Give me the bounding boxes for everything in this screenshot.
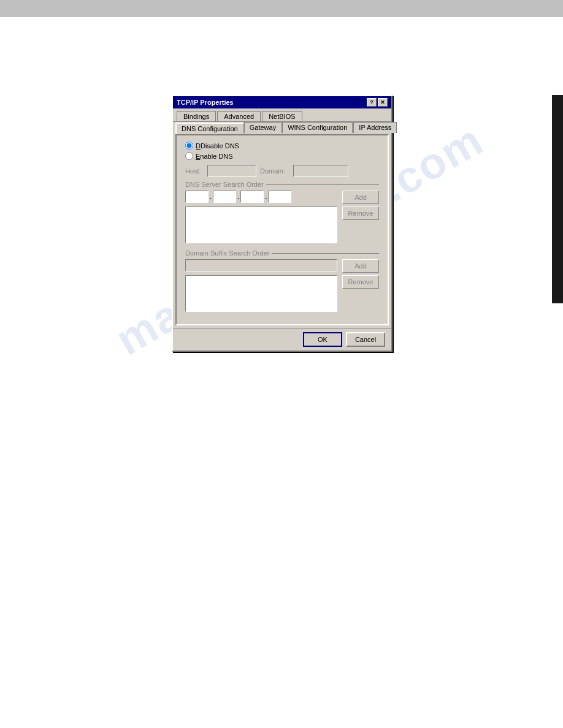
ip-seg4[interactable] (268, 191, 291, 203)
domain-suffix-input[interactable] (185, 259, 337, 271)
dns-radio-group: DDisable DNS Enable DNS (185, 142, 379, 160)
tcpip-properties-dialog: TCP/IP Properties ? ✕ Bindings Advanced … (172, 95, 393, 352)
domain-remove-button[interactable]: Remove (342, 275, 379, 289)
tabs-row2: DNS Configuration Gateway WINS Configura… (173, 121, 391, 133)
tab-gateway[interactable]: Gateway (244, 122, 282, 133)
tab-wins-configuration[interactable]: WINS Configuration (282, 122, 353, 133)
enable-dns-label: Enable DNS (196, 153, 233, 160)
domain-suffix-listbox[interactable] (185, 275, 337, 312)
ip-seg3[interactable] (240, 191, 264, 203)
domain-suffix-btn-col: Add Remove (342, 259, 379, 289)
dns-section-line (266, 184, 379, 185)
host-input[interactable] (207, 165, 256, 177)
tab-netbios[interactable]: NetBIOS (262, 111, 302, 121)
host-label: Host: (185, 167, 204, 175)
enable-dns-radio[interactable] (185, 152, 193, 160)
host-domain-row: Host: Domain: (185, 165, 379, 177)
disable-dns-radio-item: DDisable DNS (185, 142, 379, 150)
tab-ip-address[interactable]: IP Address (353, 122, 397, 133)
dns-remove-button[interactable]: Remove (342, 207, 379, 220)
disable-dns-radio[interactable] (185, 142, 193, 150)
domain-suffix-section-line (272, 253, 379, 254)
tab-dns-configuration[interactable]: DNS Configuration (175, 123, 243, 134)
tabs-row1: Bindings Advanced NetBIOS (173, 108, 391, 121)
tab-bindings[interactable]: Bindings (177, 111, 216, 121)
dns-config-content: DDisable DNS Enable DNS Host: Domain: DN… (175, 134, 389, 325)
dialog-footer: OK Cancel (173, 328, 391, 351)
dns-server-list-area: . . . Add Remove (185, 191, 379, 247)
ip-dot3: . (265, 193, 267, 200)
cancel-button[interactable]: Cancel (346, 332, 385, 347)
ok-button[interactable]: OK (303, 332, 342, 347)
domain-suffix-section-label: Domain Suffix Search Order (185, 249, 379, 257)
dns-server-btn-col: Add Remove (342, 191, 379, 220)
top-bar (0, 0, 563, 17)
domain-input[interactable] (293, 165, 348, 177)
enable-dns-radio-item: Enable DNS (185, 152, 379, 160)
disable-dns-label: DDisable DNS (196, 142, 239, 150)
right-sidebar-bar (552, 95, 563, 303)
ip-seg2[interactable] (213, 191, 236, 203)
dns-add-button[interactable]: Add (342, 191, 379, 204)
dns-server-section-label: DNS Server Search Order (185, 181, 379, 188)
domain-label: Domain: (260, 167, 289, 175)
ip-seg1[interactable] (185, 191, 209, 203)
title-bar: TCP/IP Properties ? ✕ (173, 96, 391, 108)
dns-server-list-col: . . . (185, 191, 337, 247)
domain-suffix-list-area: Add Remove (185, 259, 379, 316)
tab-advanced[interactable]: Advanced (217, 111, 261, 121)
help-button[interactable]: ? (367, 98, 377, 107)
dns-server-listbox[interactable] (185, 207, 337, 243)
ip-input-row: . . . (185, 191, 337, 203)
close-button[interactable]: ✕ (378, 98, 388, 107)
dialog-title: TCP/IP Properties (177, 99, 234, 106)
title-bar-buttons: ? ✕ (367, 98, 388, 107)
domain-add-button[interactable]: Add (342, 259, 379, 273)
ip-dot1: . (210, 193, 212, 200)
ip-dot2: . (237, 193, 239, 200)
domain-suffix-list-col (185, 259, 337, 316)
